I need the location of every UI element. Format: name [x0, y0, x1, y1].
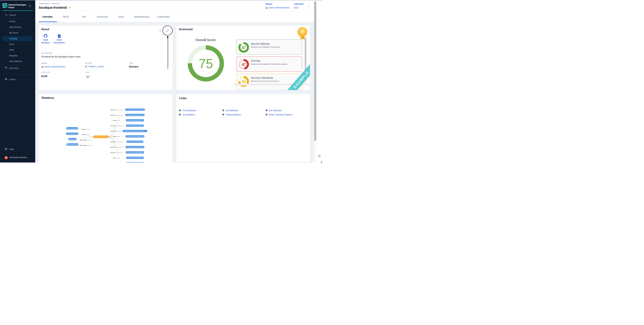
- svg-text:ownerOf / ownedBy: ownerOf / ownedBy: [82, 129, 90, 130]
- svg-text:dependsOn / dependencyOf: dependsOn / dependencyOf: [110, 152, 123, 153]
- svg-text:Tier: Tier: [301, 32, 304, 33]
- svg-text:component:boutique-cartservice: component:boutique-cartservice: [129, 157, 142, 158]
- svg-text:dependsOn / dependencyOf: dependsOn / dependencyOf: [110, 115, 123, 116]
- svg-text:component:boutique-redisservic: component:boutique-redisservice: [128, 120, 143, 121]
- svg-text:component:boutique-adservice: component:boutique-adservice: [129, 141, 142, 142]
- svg-text:Gold: Gold: [301, 30, 304, 32]
- svg-text:api:petstore: api:petstore: [71, 139, 76, 140]
- svg-text:dependsOn / dependencyOf: dependsOn / dependencyOf: [110, 109, 123, 110]
- svg-text:Demo Administrators: Demo Administrators: [69, 128, 78, 129]
- svg-text:apiProvidedBy / providesApi: apiProvidedBy / providesApi: [80, 145, 92, 146]
- svg-text:hasPart / partOf: hasPart / partOf: [113, 136, 120, 137]
- svg-text:dependsOn / dependencyOf: dependsOn / dependencyOf: [110, 141, 123, 142]
- svg-text:component:boutique-paymentserv: component:boutique-paymentservice: [128, 115, 144, 116]
- svg-text:dependsOn / dependencyOf: dependsOn / dependencyOf: [110, 125, 123, 126]
- svg-text:component:boutique-frontend: component:boutique-frontend: [96, 136, 108, 137]
- svg-text:apiProvidedBy / providesApi: apiProvidedBy / providesApi: [80, 140, 92, 141]
- svg-text:component:boutique-productcata: component:boutique-productcatalogservice: [126, 130, 144, 131]
- svg-text:component:boutique-checkoutser: component:boutique-checkoutservice: [128, 147, 144, 148]
- svg-text:system:Platform_Demo: system:Platform_Demo: [69, 133, 79, 134]
- svg-text:dependsOn / dependencyOf: dependsOn / dependencyOf: [110, 147, 123, 148]
- svg-text:component:boutique-emailservic: component:boutique-emailservice: [128, 125, 143, 126]
- svg-text:hasPart / partOf: hasPart / partOf: [113, 157, 120, 158]
- svg-text:hasPart / partOf: hasPart / partOf: [82, 134, 89, 135]
- svg-text:hasPart / partOf: hasPart / partOf: [113, 120, 120, 121]
- svg-text:dependsOn / dependencyOf: dependsOn / dependencyOf: [110, 131, 123, 132]
- svg-text:component:boutique-loadgenerat: component:boutique-loadgenerator: [128, 152, 144, 153]
- svg-text:component:boutique-currencyser: component:boutique-currencyservice: [128, 109, 144, 110]
- svg-text:api:starwars-graphql: api:starwars-graphql: [69, 144, 78, 145]
- svg-text:?: ?: [5, 148, 6, 149]
- svg-text:component:boutique-shippingser: component:boutique-shippingservice: [128, 136, 144, 137]
